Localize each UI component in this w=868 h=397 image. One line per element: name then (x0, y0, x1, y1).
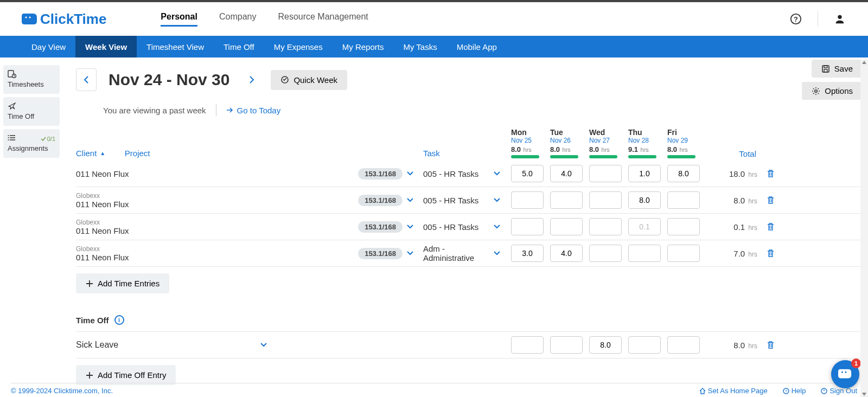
past-week-message: You are viewing a past week (103, 106, 206, 115)
chevron-down-icon[interactable] (407, 171, 413, 176)
hour-input[interactable] (550, 218, 583, 235)
hour-input[interactable] (511, 165, 544, 182)
hour-input[interactable] (667, 191, 700, 209)
chat-badge: 1 (851, 358, 861, 368)
save-icon (821, 65, 830, 73)
scrollbar[interactable] (860, 60, 868, 397)
hour-input[interactable] (667, 165, 700, 182)
svg-text:?: ? (784, 389, 787, 394)
hour-input[interactable] (550, 191, 583, 209)
sidebar-timeoff[interactable]: Time Off (3, 97, 60, 126)
task-name: 005 - HR Tasks (423, 222, 478, 232)
hour-input[interactable] (628, 191, 661, 209)
timeoff-wed[interactable] (589, 336, 622, 354)
timeoff-mon[interactable] (511, 336, 544, 354)
tab-company[interactable]: Company (219, 12, 256, 27)
delete-row-button[interactable] (760, 249, 781, 258)
hour-input[interactable] (589, 245, 622, 262)
chevron-down-icon[interactable] (407, 225, 413, 229)
delete-row-button[interactable] (760, 169, 781, 178)
col-client[interactable]: Client ▲ (76, 149, 105, 158)
hour-input[interactable] (628, 245, 661, 262)
row-total: 18.0 hrs (705, 169, 760, 178)
col-task[interactable]: Task (423, 149, 440, 158)
quick-week-button[interactable]: Quick Week (271, 70, 347, 90)
nav-my-tasks[interactable]: My Tasks (393, 36, 446, 57)
project-name: 011 Neon Flux (76, 169, 260, 178)
hour-input[interactable] (589, 191, 622, 209)
hour-input[interactable] (511, 245, 544, 262)
hour-input[interactable] (550, 165, 583, 182)
hour-input[interactable] (589, 165, 622, 182)
project-name: 011 Neon Flux (76, 200, 260, 209)
delete-timeoff-row[interactable] (760, 341, 781, 349)
col-project[interactable]: Project (125, 149, 150, 158)
hour-input[interactable] (511, 218, 544, 235)
hour-input[interactable] (628, 218, 661, 235)
tab-resource[interactable]: Resource Management (278, 12, 368, 27)
caret-up-icon: ▲ (100, 150, 105, 156)
hour-input[interactable] (628, 165, 661, 182)
chevron-down-icon[interactable] (407, 251, 413, 255)
gear-icon (812, 87, 820, 95)
client-name: Globexx (76, 219, 260, 226)
nav-my-reports[interactable]: My Reports (333, 36, 394, 57)
options-button[interactable]: Options (802, 82, 863, 100)
airplane-icon (8, 101, 55, 110)
delete-row-button[interactable] (760, 222, 781, 231)
svg-point-4 (838, 15, 841, 19)
entry-row: Globexx011 Neon Flux153.1/168005 - HR Ta… (76, 187, 863, 214)
chat-bubble[interactable]: 1 (831, 360, 859, 388)
chevron-down-icon[interactable] (494, 251, 500, 255)
chevron-down-icon[interactable] (494, 171, 500, 176)
svg-point-0 (25, 16, 27, 18)
hour-input[interactable] (511, 191, 544, 209)
sign-out-link[interactable]: Sign Out (821, 387, 857, 395)
hour-input[interactable] (550, 245, 583, 262)
timeoff-tue[interactable] (550, 336, 583, 354)
hour-input[interactable] (589, 218, 622, 235)
timesheets-icon (8, 69, 55, 78)
info-icon[interactable]: i (114, 315, 124, 325)
chevron-down-icon[interactable] (494, 198, 500, 202)
chevron-down-icon[interactable] (260, 343, 267, 347)
brand-text: ClickTime (40, 11, 106, 28)
task-name: 005 - HR Tasks (423, 196, 478, 205)
add-timeoff-entry-button[interactable]: Add Time Off Entry (76, 365, 176, 385)
logo[interactable]: ClickTime (22, 11, 106, 28)
set-home-page-link[interactable]: Set As Home Page (699, 387, 768, 395)
nav-week-view[interactable]: Week View (75, 36, 137, 57)
svg-point-14 (815, 89, 817, 92)
hour-input[interactable] (667, 218, 700, 235)
tab-personal[interactable]: Personal (161, 12, 197, 27)
timeoff-row: Sick Leave 8.0 hrs (76, 331, 863, 358)
chevron-down-icon[interactable] (407, 198, 413, 202)
help-link[interactable]: ? Help (783, 387, 806, 395)
nav-day-view[interactable]: Day View (22, 36, 75, 57)
week-title: Nov 24 - Nov 30 (108, 71, 229, 89)
next-week-button[interactable] (241, 68, 262, 91)
user-icon[interactable] (833, 12, 846, 25)
row-total: 0.1 hrs (705, 222, 760, 232)
prev-week-button[interactable] (76, 68, 97, 91)
nav-time-off[interactable]: Time Off (214, 36, 264, 57)
add-time-entries-button[interactable]: Add Time Entries (76, 273, 169, 293)
svg-point-9 (8, 139, 9, 140)
nav-timesheet-view[interactable]: Timesheet View (137, 36, 214, 57)
nav-my-expenses[interactable]: My Expenses (264, 36, 333, 57)
go-to-today-link[interactable]: Go to Today (226, 106, 281, 115)
sidebar-timesheets-label: Timesheets (8, 80, 44, 88)
timeoff-thu[interactable] (628, 336, 661, 354)
task-name: Adm - Administrative (423, 244, 489, 262)
save-button[interactable]: Save (812, 60, 863, 78)
delete-row-button[interactable] (760, 196, 781, 204)
sidebar-assignments[interactable]: 0/1 Assignments (3, 129, 60, 158)
sidebar-timesheets[interactable]: Timesheets (3, 65, 60, 94)
help-icon[interactable]: ? (789, 12, 802, 25)
svg-rect-12 (824, 66, 827, 68)
nav-mobile-app[interactable]: Mobile App (447, 36, 507, 57)
timeoff-fri[interactable] (667, 336, 700, 354)
plus-icon (86, 280, 93, 287)
chevron-down-icon[interactable] (494, 225, 500, 229)
hour-input[interactable] (667, 245, 700, 262)
